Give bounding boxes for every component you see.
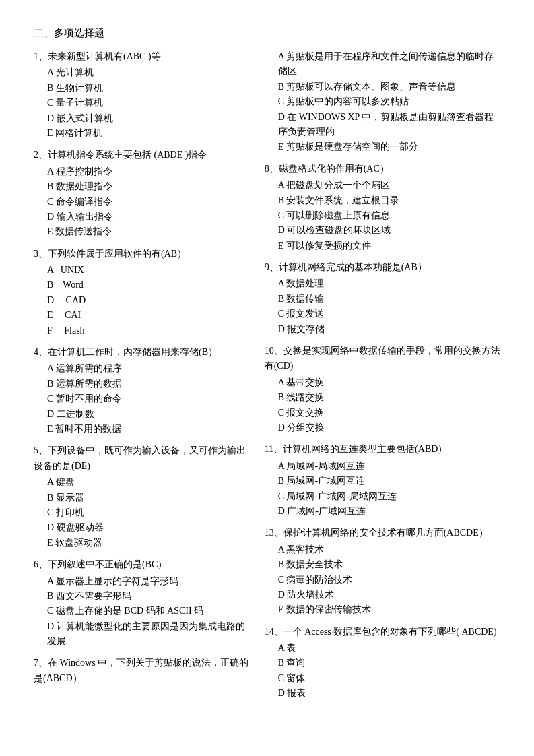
- q11-opt-a: A 局域网-局域网互连: [265, 459, 500, 474]
- q7-opt-c: C 剪贴板中的内容可以多次粘贴: [265, 94, 500, 109]
- q3-opt-d: D CAD: [34, 293, 251, 308]
- q8-opt-a: A 把磁盘划分成一个个扇区: [265, 178, 500, 193]
- q14-opt-a: A 表: [265, 641, 500, 656]
- q14-opt-d: D 报表: [265, 686, 500, 701]
- two-column-layout: 1、未来新型计算机有(ABC )等 A 光计算机 B 生物计算机 C 量子计算机…: [34, 49, 500, 708]
- q1-title: 1、未来新型计算机有(ABC )等: [34, 49, 251, 64]
- q14-opt-c: C 窗体: [265, 671, 500, 686]
- q8-opt-e: E 可以修复受损的文件: [265, 239, 500, 253]
- q10-opt-a: A 基带交换: [265, 375, 500, 390]
- q3-opt-a: A UNIX: [34, 263, 251, 278]
- q5-opt-a: A 键盘: [34, 475, 251, 490]
- q8-title: 8、磁盘格式化的作用有(AC）: [265, 162, 500, 177]
- question-8: 8、磁盘格式化的作用有(AC） A 把磁盘划分成一个个扇区 B 安装文件系统，建…: [265, 162, 500, 253]
- q8-opt-c: C 可以删除磁盘上原有信息: [265, 208, 500, 223]
- q5-opt-e: E 软盘驱动器: [34, 536, 251, 550]
- question-3: 3、下列软件属于应用软件的有(AB） A UNIX B Word D CAD E…: [34, 247, 251, 338]
- q6-opt-d: D 计算机能微型化的主要原因是因为集成电路的发展: [34, 619, 251, 650]
- q5-opt-c: C 打印机: [34, 505, 251, 520]
- question-11: 11、计算机网络的互连类型主要包括(ABD） A 局域网-局域网互连 B 局域网…: [265, 442, 500, 519]
- q2-opt-d: D 输入输出指令: [34, 210, 251, 224]
- q11-opt-c: C 局域网-广域网-局域网互连: [265, 489, 500, 504]
- q3-opt-e: E CAI: [34, 308, 251, 323]
- left-column: 1、未来新型计算机有(ABC )等 A 光计算机 B 生物计算机 C 量子计算机…: [34, 49, 258, 708]
- page-content: 二、多项选择题 1、未来新型计算机有(ABC )等 A 光计算机 B 生物计算机…: [34, 27, 500, 708]
- q8-opt-b: B 安装文件系统，建立根目录: [265, 193, 500, 208]
- q6-opt-a: A 显示器上显示的字符是字形码: [34, 574, 251, 589]
- q13-opt-d: D 防火墙技术: [265, 588, 500, 602]
- q10-opt-b: B 线路交换: [265, 390, 500, 405]
- q9-opt-d: D 报文存储: [265, 322, 500, 337]
- question-1: 1、未来新型计算机有(ABC )等 A 光计算机 B 生物计算机 C 量子计算机…: [34, 49, 251, 141]
- question-9: 9、计算机网络完成的基本功能是(AB） A 数据处理 B 数据传输 C 报文发送…: [265, 260, 500, 337]
- q5-opt-b: B 显示器: [34, 491, 251, 505]
- question-2: 2、计算机指令系统主要包括 (ABDE )指令 A 程序控制指令 B 数据处理指…: [34, 148, 251, 239]
- q9-title: 9、计算机网络完成的基本功能是(AB）: [265, 260, 500, 275]
- q6-opt-b: B 西文不需要字形码: [34, 589, 251, 604]
- question-10: 10、交换是实现网络中数据传输的手段，常用的交换方法有(CD) A 基带交换 B…: [265, 344, 500, 435]
- q14-title: 14、一个 Access 数据库包含的对象有下列哪些( ABCDE): [265, 625, 500, 639]
- q4-opt-d: D 二进制数: [34, 407, 251, 422]
- q13-opt-c: C 病毒的防治技术: [265, 573, 500, 588]
- q8-opt-d: D 可以检查磁盘的坏块区域: [265, 223, 500, 238]
- q1-opt-d: D 嵌入式计算机: [34, 111, 251, 126]
- q13-opt-e: E 数据的保密传输技术: [265, 602, 500, 617]
- q7-opt-e: E 剪贴板是硬盘存储空间的一部分: [265, 139, 500, 154]
- q10-title: 10、交换是实现网络中数据传输的手段，常用的交换方法有(CD): [265, 344, 500, 374]
- q9-opt-a: A 数据处理: [265, 276, 500, 291]
- question-4: 4、在计算机工作时，内存储器用来存储(B） A 运算所需的程序 B 运算所需的数…: [34, 345, 251, 437]
- question-14: 14、一个 Access 数据库包含的对象有下列哪些( ABCDE) A 表 B…: [265, 625, 500, 701]
- q6-opt-c: C 磁盘上存储的是 BCD 码和 ASCII 码: [34, 604, 251, 619]
- q10-opt-c: C 报文交换: [265, 406, 500, 420]
- q2-opt-c: C 命令编译指令: [34, 195, 251, 210]
- q4-title: 4、在计算机工作时，内存储器用来存储(B）: [34, 345, 251, 360]
- q3-opt-f: F Flash: [34, 323, 251, 338]
- section-title: 二、多项选择题: [34, 27, 500, 40]
- q1-opt-c: C 量子计算机: [34, 96, 251, 111]
- q11-title: 11、计算机网络的互连类型主要包括(ABD）: [265, 442, 500, 457]
- question-7-options: A 剪贴板是用于在程序和文件之间传递信息的临时存储区 B 剪贴板可以存储文本、图…: [265, 49, 500, 155]
- q11-opt-d: D 广域网-广域网互连: [265, 504, 500, 519]
- q4-opt-c: C 暂时不用的命令: [34, 391, 251, 406]
- q14-opt-b: B 查询: [265, 656, 500, 670]
- q4-opt-a: A 运算所需的程序: [34, 361, 251, 376]
- q2-opt-b: B 数据处理指令: [34, 179, 251, 194]
- right-column: A 剪贴板是用于在程序和文件之间传递信息的临时存储区 B 剪贴板可以存储文本、图…: [258, 49, 500, 708]
- q7-opt-a: A 剪贴板是用于在程序和文件之间传递信息的临时存储区: [265, 49, 500, 80]
- question-5: 5、下列设备中，既可作为输入设备，又可作为输出设备的是(DE) A 键盘 B 显…: [34, 443, 251, 550]
- q7-opt-d: D 在 WINDOWS XP 中，剪贴板是由剪贴簿查看器程序负责管理的: [265, 110, 500, 140]
- q1-opt-a: A 光计算机: [34, 65, 251, 80]
- q1-opt-e: E 网格计算机: [34, 126, 251, 141]
- q5-opt-d: D 硬盘驱动器: [34, 520, 251, 535]
- q9-opt-c: C 报文发送: [265, 307, 500, 321]
- q9-opt-b: B 数据传输: [265, 292, 500, 307]
- q1-opt-b: B 生物计算机: [34, 81, 251, 96]
- q2-opt-a: A 程序控制指令: [34, 164, 251, 179]
- q7-title: 7、在 Windows 中，下列关于剪贴板的说法，正确的是(ABCD）: [34, 656, 251, 686]
- q4-opt-e: E 暂时不用的数据: [34, 422, 251, 437]
- q13-opt-a: A 黑客技术: [265, 542, 500, 557]
- q3-opt-b: B Word: [34, 278, 251, 292]
- q4-opt-b: B 运算所需的数据: [34, 377, 251, 391]
- q3-title: 3、下列软件属于应用软件的有(AB）: [34, 247, 251, 261]
- question-7: 7、在 Windows 中，下列关于剪贴板的说法，正确的是(ABCD）: [34, 656, 251, 686]
- q6-title: 6、下列叙述中不正确的是(BC）: [34, 557, 251, 572]
- q10-opt-d: D 分组交换: [265, 420, 500, 435]
- q13-opt-b: B 数据安全技术: [265, 557, 500, 572]
- q11-opt-b: B 局域网-广域网互连: [265, 474, 500, 489]
- q2-opt-e: E 数据传送指令: [34, 224, 251, 239]
- q7-opt-b: B 剪贴板可以存储文本、图象、声音等信息: [265, 80, 500, 94]
- q2-title: 2、计算机指令系统主要包括 (ABDE )指令: [34, 148, 251, 162]
- question-6: 6、下列叙述中不正确的是(BC） A 显示器上显示的字符是字形码 B 西文不需要…: [34, 557, 251, 649]
- q5-title: 5、下列设备中，既可作为输入设备，又可作为输出设备的是(DE): [34, 443, 251, 474]
- q13-title: 13、保护计算机网络的安全技术有哪几方面(ABCDE）: [265, 526, 500, 540]
- question-13: 13、保护计算机网络的安全技术有哪几方面(ABCDE） A 黑客技术 B 数据安…: [265, 526, 500, 617]
